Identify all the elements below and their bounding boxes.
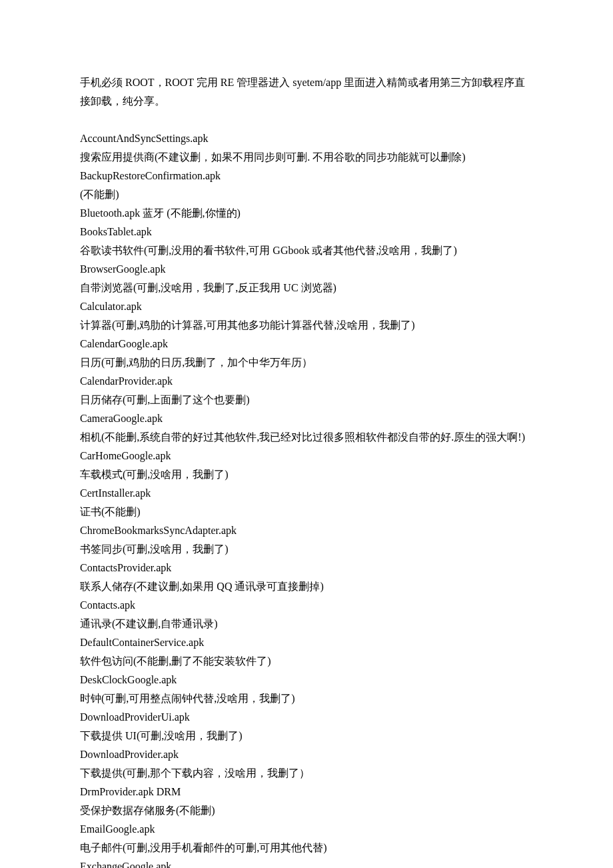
document-line: EmailGoogle.apk [80,820,533,839]
document-line: (不能删) [80,185,533,204]
document-line: CarHomeGoogle.apk [80,447,533,465]
document-line: Calculator.apk [80,297,533,316]
document-line: 计算器(可删,鸡肋的计算器,可用其他多功能计算器代替,没啥用，我删了) [80,316,533,335]
document-line: DownloadProvider.apk [80,745,533,764]
document-line: 证书(不能删) [80,503,533,521]
document-line: 下载提供(可删,那个下载内容，没啥用，我删了） [80,764,533,783]
document-line: 自带浏览器(可删,没啥用，我删了,反正我用 UC 浏览器) [80,279,533,297]
document-line: 日历(可删,鸡肋的日历,我删了，加个中华万年历） [80,353,533,372]
document-line: 书签同步(可删,没啥用，我删了) [80,540,533,559]
document-line: 电子邮件(可删,没用手机看邮件的可删,可用其他代替) [80,839,533,857]
document-line: CertInstaller.apk [80,484,533,503]
document-line: ChromeBookmarksSyncAdapter.apk [80,521,533,540]
document-line: 软件包访问(不能删,删了不能安装软件了) [80,652,533,671]
document-line: Bluetooth.apk 蓝牙 (不能删,你懂的) [80,204,533,223]
document-line: 相机(不能删,系统自带的好过其他软件,我已经对比过很多照相软件都没自带的好.原生… [80,428,533,447]
document-line: DownloadProviderUi.apk [80,708,533,727]
document-line: Contacts.apk [80,596,533,615]
document-line: 日历储存(可删,上面删了这个也要删) [80,391,533,409]
document-line: DefaultContainerService.apk [80,633,533,652]
document-line: 联系人储存(不建议删,如果用 QQ 通讯录可直接删掉) [80,577,533,596]
document-line: CalendarGoogle.apk [80,335,533,353]
document-line: 搜索应用提供商(不建议删，如果不用同步则可删. 不用谷歌的同步功能就可以删除) [80,148,533,167]
document-line: DrmProvider.apk DRM [80,783,533,801]
document-line: 车载模式(可删,没啥用，我删了) [80,465,533,484]
document-line: 谷歌读书软件(可删,没用的看书软件,可用 GGbook 或者其他代替,没啥用，我… [80,241,533,260]
document-line: BackupRestoreConfirmation.apk [80,167,533,185]
document-line: ExchangeGoogle.apk [80,857,533,868]
document-line: 受保护数据存储服务(不能删) [80,801,533,820]
document-body: AccountAndSyncSettings.apk搜索应用提供商(不建议删，如… [80,129,533,868]
document-line: CalendarProvider.apk [80,372,533,391]
document-line: DeskClockGoogle.apk [80,671,533,689]
document-line: BooksTablet.apk [80,223,533,241]
document-line: 通讯录(不建议删,自带通讯录) [80,615,533,633]
document-line: AccountAndSyncSettings.apk [80,129,533,148]
document-line: 下载提供 UI(可删,没啥用，我删了) [80,727,533,745]
document-line: ContactsProvider.apk [80,559,533,577]
document-line: BrowserGoogle.apk [80,260,533,279]
intro-paragraph: 手机必须 ROOT，ROOT 完用 RE 管理器进入 syetem/app 里面… [80,73,533,111]
document-line: 时钟(可删,可用整点闹钟代替,没啥用，我删了) [80,689,533,708]
document-line: CameraGoogle.apk [80,409,533,428]
